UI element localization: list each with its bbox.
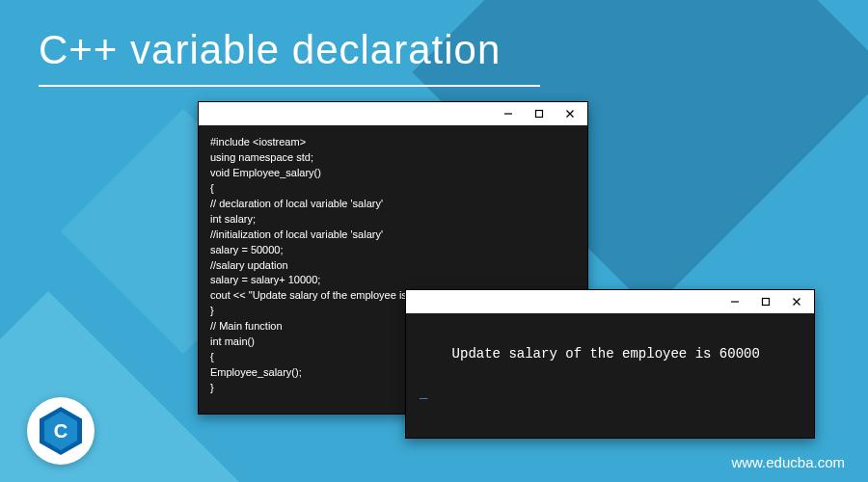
code-window-titlebar	[199, 102, 587, 125]
output-window-titlebar	[406, 290, 814, 313]
page-title: C++ variable declaration	[39, 27, 501, 73]
output-console-window: Update salary of the employee is 60000 _	[405, 289, 815, 439]
close-icon[interactable]	[555, 103, 585, 124]
svg-rect-5	[763, 299, 770, 306]
close-icon[interactable]	[781, 291, 812, 312]
site-url: www.educba.com	[731, 454, 845, 470]
output-text: Update salary of the employee is 60000	[452, 346, 760, 362]
cursor-indicator: _	[420, 384, 800, 403]
svg-rect-1	[536, 111, 543, 118]
output-content: Update salary of the employee is 60000 _	[406, 313, 814, 454]
minimize-icon[interactable]	[719, 291, 750, 312]
minimize-icon[interactable]	[493, 103, 524, 124]
title-underline	[39, 85, 540, 87]
cpp-logo-badge: C	[27, 397, 95, 465]
maximize-icon[interactable]	[524, 103, 555, 124]
maximize-icon[interactable]	[750, 291, 781, 312]
cpp-hex-icon: C	[40, 407, 82, 455]
cpp-logo-text: C	[44, 412, 77, 450]
